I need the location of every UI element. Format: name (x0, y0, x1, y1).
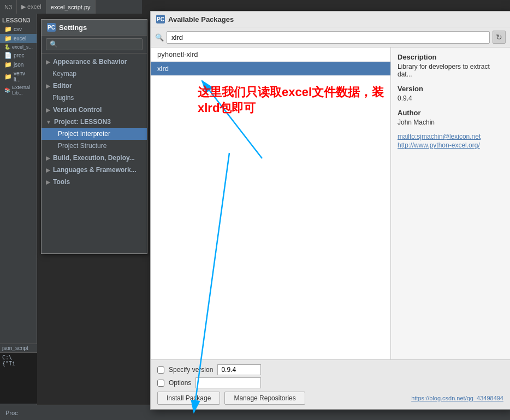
version-label: Version (398, 85, 503, 93)
tree-item-venv[interactable]: 📁venv li... (0, 69, 37, 84)
settings-search-area (41, 36, 147, 54)
tree-item-excel[interactable]: 📁excel (0, 34, 37, 43)
options-label: Options (169, 379, 191, 387)
expand-arrow-vc: ▶ (46, 107, 50, 113)
settings-panel: PC Settings ▶ Appearance & Behavior Keym… (41, 19, 147, 254)
status-text: Proc (5, 410, 18, 416)
menu-item-editor[interactable]: ▶ Editor (41, 80, 147, 92)
settings-search-input[interactable] (46, 38, 143, 50)
menu-item-appearance[interactable]: ▶ Appearance & Behavior (41, 56, 147, 68)
menu-item-project-structure[interactable]: Project Structure (41, 140, 147, 152)
tab-excel-script[interactable]: excel_script.py (46, 0, 96, 14)
packages-dialog: PC Available Packages 🔍 ↻ pyhonetl-xlrd … (150, 11, 510, 410)
author-value: John Machin (398, 119, 503, 126)
menu-item-languages[interactable]: ▶ Languages & Framework... (41, 164, 147, 176)
dialog-search-bar: 🔍 ↻ (151, 27, 510, 48)
status-link[interactable]: https://blog.csdn.net/qq_43498494 (411, 395, 503, 401)
description-text: Library for developers to extract dat... (398, 63, 503, 78)
packages-list: pyhonetl-xlrd xlrd (151, 48, 391, 359)
detail-links-section: mailto:sjmachin@lexicon.net http://www.p… (398, 133, 503, 149)
refresh-button[interactable]: ↻ (493, 31, 506, 44)
tab-excel[interactable]: ▶ excel (17, 0, 46, 14)
menu-label-keymap: Keymap (52, 70, 76, 78)
detail-author-section: Author John Machin (398, 109, 503, 126)
detail-version-section: Version 0.9.4 (398, 85, 503, 102)
packages-search-input[interactable] (167, 31, 490, 44)
expand-arrow-editor: ▶ (46, 83, 50, 89)
dialog-titlebar: PC Available Packages (151, 11, 510, 27)
expand-arrow-build: ▶ (46, 155, 50, 161)
tree-item-external-lib[interactable]: 📚External Lib... (0, 84, 37, 97)
menu-label-project-structure: Project Structure (58, 142, 106, 150)
menu-label-languages: Languages & Framework... (53, 166, 137, 174)
version-value: 0.9.4 (398, 94, 503, 102)
detail-link-email[interactable]: mailto:sjmachin@lexicon.net (398, 133, 503, 140)
options-option: Options (157, 377, 503, 388)
specify-version-input[interactable] (217, 364, 261, 375)
tab-n3[interactable]: N3 (0, 0, 17, 14)
settings-title: Settings (59, 23, 87, 32)
settings-icon: PC (47, 23, 56, 32)
dialog-icon: PC (156, 15, 165, 23)
menu-label-vc: Version Control (53, 106, 102, 114)
tree-item-json[interactable]: 📁json (0, 60, 37, 69)
terminal-line-1: C:\ (2, 354, 35, 360)
expand-arrow-languages: ▶ (46, 167, 50, 173)
menu-label-plugins: Plugins (52, 94, 74, 102)
footer-buttons: Install Package Manage Repositories http… (157, 392, 503, 405)
dialog-footer: Specify version Options Install Package … (151, 359, 510, 409)
package-name-pyhonetl-xlrd: pyhonetl-xlrd (157, 50, 198, 58)
expand-arrow-tools: ▶ (46, 179, 50, 185)
terminal-tab: json_script (0, 344, 37, 353)
terminal-content: C:\ {"Ti (0, 353, 37, 368)
menu-label-build: Build, Execution, Deploy... (53, 154, 135, 162)
footer-options: Specify version Options (157, 364, 503, 388)
package-item-xlrd[interactable]: xlrd (151, 62, 390, 76)
tree-header: LESSON3 (0, 16, 37, 25)
tree-item-csv[interactable]: 📁csv (0, 25, 37, 34)
menu-item-tools[interactable]: ▶ Tools (41, 176, 147, 188)
menu-label-appearance: Appearance & Behavior (53, 58, 127, 66)
menu-label-project: Project: LESSON3 (54, 118, 111, 126)
expand-arrow-appearance: ▶ (46, 59, 50, 65)
detail-link-web[interactable]: http://www.python-excel.org/ (398, 141, 503, 149)
menu-item-version-control[interactable]: ▶ Version Control (41, 104, 147, 116)
menu-item-project-interpreter[interactable]: Project Interpreter (41, 128, 147, 140)
terminal-area: json_script C:\ {"Ti (0, 344, 37, 404)
install-package-button[interactable]: Install Package (157, 392, 220, 405)
options-checkbox[interactable] (157, 380, 164, 387)
settings-menu: ▶ Appearance & Behavior Keymap ▶ Editor … (41, 54, 147, 252)
settings-header: PC Settings (41, 20, 147, 36)
specify-version-label: Specify version (169, 366, 213, 374)
options-input[interactable] (195, 377, 261, 388)
package-name-xlrd: xlrd (157, 64, 169, 73)
menu-item-build[interactable]: ▶ Build, Execution, Deploy... (41, 152, 147, 164)
menu-label-project-interpreter: Project Interpreter (58, 130, 110, 138)
detail-description-section: Description Library for developers to ex… (398, 53, 503, 78)
description-label: Description (398, 53, 503, 61)
specify-version-option: Specify version (157, 364, 503, 375)
menu-item-keymap[interactable]: Keymap (41, 68, 147, 80)
project-tree: LESSON3 📁csv 📁excel 🐍excel_s... 📄proc 📁j… (0, 14, 37, 341)
package-item-pyhonetl-xlrd[interactable]: pyhonetl-xlrd (151, 48, 390, 62)
menu-label-editor: Editor (53, 82, 72, 90)
menu-label-tools: Tools (53, 178, 70, 186)
search-icon: 🔍 (155, 33, 164, 42)
specify-version-checkbox[interactable] (157, 366, 164, 374)
package-detail: Description Library for developers to ex… (391, 48, 510, 359)
dialog-content: pyhonetl-xlrd xlrd Description Library f… (151, 48, 510, 359)
author-label: Author (398, 109, 503, 117)
expand-arrow-project: ▼ (46, 119, 51, 125)
menu-item-plugins[interactable]: Plugins (41, 92, 147, 104)
tree-item-excel-script[interactable]: 🐍excel_s... (0, 43, 37, 51)
dialog-title: Available Packages (168, 15, 234, 23)
tree-item-proc[interactable]: 📄proc (0, 51, 37, 60)
menu-item-project[interactable]: ▼ Project: LESSON3 (41, 116, 147, 128)
terminal-line-2: {"Ti (2, 360, 35, 366)
file-tabs: N3 ▶ excel excel_script.py (0, 0, 142, 14)
manage-repositories-button[interactable]: Manage Repositories (224, 392, 305, 405)
